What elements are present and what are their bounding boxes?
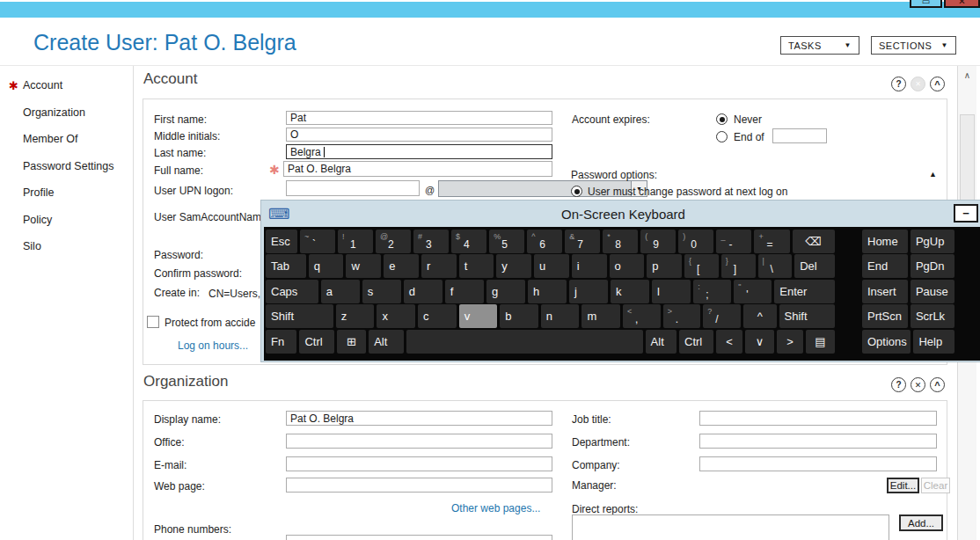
key-scrlk[interactable]: ScrLk [911,304,954,328]
key-l[interactable]: l [652,280,691,303]
key-h[interactable]: h [528,280,567,303]
key-space[interactable] [406,330,643,354]
osk-minimize-button[interactable]: − [954,204,978,223]
key-dock[interactable]: ▤ [806,330,835,354]
key-pgup[interactable]: PgUp [911,230,954,253]
key-up-arrow[interactable]: ^ [743,304,777,328]
key-help[interactable]: Help [913,330,954,354]
key-left-arrow[interactable]: < [716,330,742,354]
phone-number-input[interactable] [286,535,552,540]
key-pgdn[interactable]: PgDn [911,254,954,278]
sections-dropdown-button[interactable]: SECTIONS ▼ [871,36,956,55]
key-w[interactable]: w [346,254,381,278]
key-x[interactable]: x [377,304,415,328]
job-title-input[interactable] [699,411,937,426]
sidebar-item-member-of[interactable]: Member Of [0,128,132,150]
sidebar-item-organization[interactable]: Organization [0,101,132,124]
account-collapse-button[interactable]: ^ [930,77,945,91]
other-web-pages-link[interactable]: Other web pages... [451,502,540,514]
key-3[interactable]: #3 [413,230,449,253]
key-r[interactable]: r [421,254,457,278]
account-help-button[interactable]: ? [891,77,906,91]
key-z[interactable]: z [336,304,375,328]
close-window-button[interactable]: ✕ [944,0,980,8]
key-=[interactable]: += [754,230,789,253]
must-change-password-radio[interactable] [571,186,582,197]
key-b[interactable]: b [500,304,538,328]
key-q[interactable]: q [309,254,344,278]
key-d[interactable]: d [404,280,442,303]
sidebar-item-policy[interactable]: Policy [0,208,132,231]
key-end[interactable]: End [862,254,908,278]
key-;[interactable]: :; [693,280,731,303]
key-right-arrow[interactable]: > [777,330,802,354]
key-pause[interactable]: Pause [911,280,954,303]
manager-edit-button[interactable]: Edit... [887,478,919,493]
key-1[interactable]: !1 [338,230,373,253]
key-u[interactable]: u [534,254,569,278]
key-home[interactable]: Home [862,230,908,253]
middle-initials-input[interactable] [286,128,552,142]
key-a[interactable]: a [321,280,360,303]
key-t[interactable]: t [459,254,494,278]
key-c[interactable]: c [418,304,457,328]
last-name-input[interactable] [286,144,552,159]
sidebar-item-password-settings[interactable]: Password Settings [0,155,132,178]
expires-end-of-radio[interactable] [716,131,728,142]
key-down-arrow[interactable]: ∨ [745,330,774,354]
key-n[interactable]: n [541,304,580,328]
key-windows[interactable]: ⊞ [337,330,366,354]
key-shift[interactable]: Shift [266,304,333,328]
key-o[interactable]: o [610,254,645,278]
key--[interactable]: _- [716,230,751,253]
key-esc[interactable]: Esc [266,230,297,253]
key-tab[interactable]: Tab [266,254,306,278]
display-name-input[interactable] [286,411,552,426]
key-insert[interactable]: Insert [862,280,908,303]
sidebar-item-profile[interactable]: Profile [0,181,132,204]
key-y[interactable]: y [496,254,531,278]
key-2[interactable]: @2 [376,230,411,253]
key-enter[interactable]: Enter [774,280,835,303]
first-name-input[interactable] [286,111,552,125]
key-5[interactable]: %5 [489,230,524,253]
key-alt[interactable]: Alt [646,330,676,354]
sidebar-item-silo[interactable]: Silo [0,235,132,258]
key-backspace[interactable]: ⌫ [793,230,835,253]
expires-never-radio[interactable] [716,113,728,125]
restore-window-button[interactable]: ▭ [910,0,942,8]
key-p[interactable]: p [647,254,682,278]
expires-date-input[interactable] [772,128,827,143]
key-][interactable]: }] [721,254,756,278]
direct-reports-add-button[interactable]: Add... [899,514,943,531]
key-del[interactable]: Del [794,254,835,278]
upn-input[interactable] [286,180,420,196]
key-fn[interactable]: Fn [266,330,296,354]
key-[[interactable]: {[ [684,254,719,278]
direct-reports-list[interactable] [572,514,889,540]
key-f[interactable]: f [445,280,484,303]
key-k[interactable]: k [611,280,649,303]
key-v[interactable]: v [459,304,498,328]
key-6[interactable]: ^6 [527,230,562,253]
key-g[interactable]: g [486,280,525,303]
key-prtscn[interactable]: PrtScn [862,304,908,328]
department-input[interactable] [699,434,937,449]
key-9[interactable]: (9 [640,230,676,253]
key-i[interactable]: i [572,254,607,278]
key-\[interactable]: |\ [758,254,793,278]
office-input[interactable] [286,434,552,449]
key-options[interactable]: Options [862,330,911,354]
key-j[interactable]: j [569,280,608,303]
key-'[interactable]: "' [734,280,772,303]
collapse-triangle-icon[interactable]: ▲ [929,170,937,179]
key-/[interactable]: ?/ [703,304,741,328]
key-4[interactable]: $4 [451,230,486,253]
organization-collapse-button[interactable]: ^ [930,377,945,392]
key-,[interactable]: <, [623,304,661,328]
protect-deletion-checkbox[interactable] [147,316,159,328]
email-input[interactable] [286,456,552,471]
key-8[interactable]: *8 [603,230,638,253]
key-`[interactable]: ~` [300,230,335,253]
osk-title-bar[interactable]: ⌨ On-Screen Keyboard − [261,201,980,227]
